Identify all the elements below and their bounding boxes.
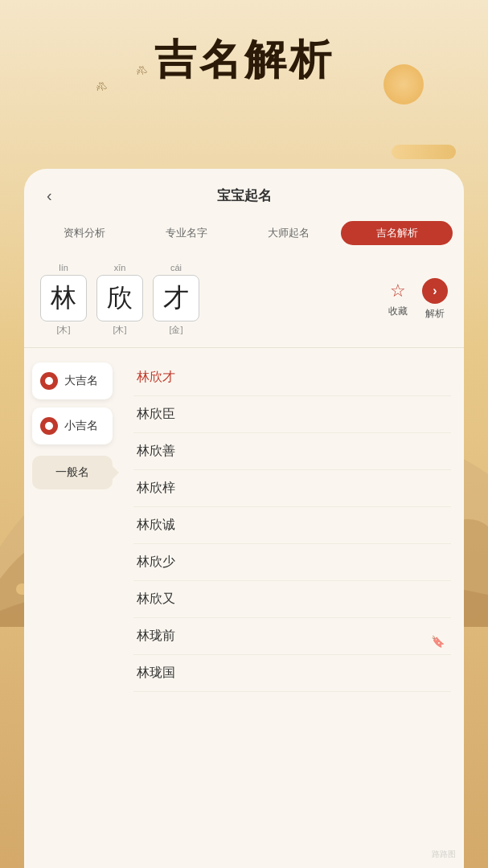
tab-navigation: 资料分析 专业名字 大师起名 吉名解析 xyxy=(24,216,464,252)
xiao-ji-dot-inner xyxy=(45,422,53,430)
character-boxes: lín 林 [木] xīn 欣 [木] cái 才 [金] xyxy=(40,263,199,336)
name-item-7[interactable]: 林欣又 xyxy=(133,581,451,618)
back-button[interactable]: ‹ xyxy=(40,183,59,208)
char-square-1[interactable]: 林 xyxy=(40,275,87,321)
char-pinyin-2: xīn xyxy=(114,263,126,272)
page-title: 吉名解析 xyxy=(0,32,488,88)
xiao-ji-label: 小吉名 xyxy=(64,419,98,433)
name-text-9: 林珑国 xyxy=(137,665,175,679)
tab-data-analysis[interactable]: 资料分析 xyxy=(35,221,134,245)
background: 𐂅 𐂅 吉名解析 ‹ 宝宝起名 资料分析 专业名字 大师起名 吉名解析 xyxy=(0,0,488,868)
name-list: 林欣才 林欣臣 林欣善 林欣梓 林欣诚 林欣少 林欣又 xyxy=(121,351,464,868)
name-item-6[interactable]: 林欣少 xyxy=(133,544,451,581)
watermark-text: 路路图 xyxy=(432,850,456,858)
name-text-4: 林欣梓 xyxy=(137,481,175,494)
char-square-3[interactable]: 才 xyxy=(153,275,199,321)
name-text-3: 林欣善 xyxy=(137,444,175,457)
char-box-2: xīn 欣 [木] xyxy=(96,263,143,336)
name-item-5[interactable]: 林欣诚 xyxy=(133,507,451,544)
tab-professional-name[interactable]: 专业名字 xyxy=(137,221,236,245)
char-pinyin-3: cái xyxy=(170,263,182,272)
char-actions: ☆ 收藏 › 解析 xyxy=(388,278,448,321)
bookmark-icon: ☆ xyxy=(390,280,406,301)
ribbon-decoration-top xyxy=(392,145,456,159)
analyze-action[interactable]: › 解析 xyxy=(422,278,448,321)
name-text-5: 林欣诚 xyxy=(137,518,175,531)
analyze-icon: › xyxy=(433,284,437,298)
bookmark-flag-8: 🔖 xyxy=(431,635,445,648)
name-text-1: 林欣才 xyxy=(137,370,175,383)
character-display-area: lín 林 [木] xīn 欣 [木] cái 才 [金] xyxy=(24,252,464,344)
name-text-8: 林珑前 xyxy=(137,628,175,642)
name-item-2[interactable]: 林欣臣 xyxy=(133,396,451,433)
card-title: 宝宝起名 xyxy=(217,186,272,205)
name-item-4[interactable]: 林欣梓 xyxy=(133,470,451,507)
tab-master-naming[interactable]: 大师起名 xyxy=(240,221,338,245)
name-text-7: 林欣又 xyxy=(137,592,175,605)
da-ji-dot-inner xyxy=(45,377,53,385)
name-item-9[interactable]: 林珑国 xyxy=(133,655,451,692)
char-element-1: [木] xyxy=(56,324,70,336)
name-item-1[interactable]: 林欣才 xyxy=(133,359,451,396)
da-ji-label: 大吉名 xyxy=(64,374,98,388)
name-item-8[interactable]: 林珑前 🔖 xyxy=(133,618,451,655)
char-element-3: [金] xyxy=(169,324,182,336)
category-xiao-ji[interactable]: 小吉名 xyxy=(32,407,113,444)
xiao-ji-dot xyxy=(40,417,58,435)
general-label: 一般名 xyxy=(55,465,89,478)
da-ji-dot xyxy=(40,372,58,390)
divider xyxy=(24,347,464,348)
general-arrow xyxy=(111,465,119,481)
category-da-ji[interactable]: 大吉名 xyxy=(32,362,113,399)
category-sidebar: 大吉名 小吉名 一般名 xyxy=(24,351,121,868)
char-box-3: cái 才 [金] xyxy=(153,263,199,336)
name-text-2: 林欣臣 xyxy=(137,407,175,420)
char-box-1: lín 林 [木] xyxy=(40,263,87,336)
bookmark-action[interactable]: ☆ 收藏 xyxy=(388,280,408,318)
content-area: 大吉名 小吉名 一般名 林欣才 xyxy=(24,351,464,868)
bookmark-label: 收藏 xyxy=(388,305,408,318)
watermark: 路路图 xyxy=(432,849,456,860)
analyze-circle: › xyxy=(422,278,448,304)
category-general[interactable]: 一般名 xyxy=(32,456,113,489)
card-header: ‹ 宝宝起名 xyxy=(24,169,464,216)
char-element-2: [木] xyxy=(113,324,126,336)
char-pinyin-1: lín xyxy=(59,263,68,272)
char-square-2[interactable]: 欣 xyxy=(96,275,143,321)
name-item-3[interactable]: 林欣善 xyxy=(133,433,451,470)
name-text-6: 林欣少 xyxy=(137,555,175,568)
tab-auspicious-name[interactable]: 吉名解析 xyxy=(341,221,453,245)
analyze-label: 解析 xyxy=(425,307,445,321)
main-card: ‹ 宝宝起名 资料分析 专业名字 大师起名 吉名解析 lín 林 [木] xīn xyxy=(24,169,464,868)
